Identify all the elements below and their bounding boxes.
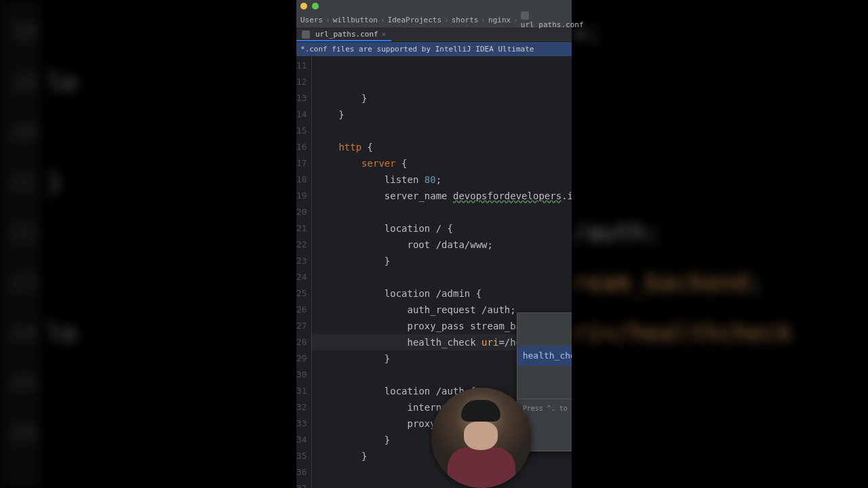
completion-item[interactable]: health_check (517, 346, 572, 366)
crumb[interactable]: willbutton (332, 16, 379, 24)
breadcrumb[interactable]: Users›willbutton›IdeaProjects›shorts›ngi… (296, 12, 572, 28)
minimize-button[interactable] (300, 3, 307, 9)
webcam-overlay (431, 388, 532, 488)
zoom-button[interactable] (312, 3, 319, 9)
crumb[interactable]: IdeaProjects (387, 16, 443, 24)
crumb[interactable]: Users (299, 16, 324, 24)
code-line[interactable] (312, 123, 572, 139)
code-line[interactable] (312, 481, 572, 488)
code-line[interactable] (312, 204, 572, 220)
close-icon[interactable]: × (382, 30, 387, 39)
gutter: 1112131415161718192021222324252627282930… (296, 56, 311, 488)
titlebar (296, 0, 572, 12)
code-line[interactable]: http { (312, 139, 572, 155)
code-line[interactable]: } (312, 90, 572, 106)
info-banner[interactable]: *.conf files are supported by IntelliJ I… (296, 42, 572, 56)
ide-window: Users›willbutton›IdeaProjects›shorts›ngi… (296, 0, 572, 488)
code-line[interactable]: root /data/www; (312, 237, 572, 253)
code-line[interactable]: location /admin { (312, 285, 572, 302)
crumb[interactable]: shorts (450, 16, 480, 24)
crumb[interactable]: nginx (487, 16, 512, 24)
file-icon (302, 30, 310, 39)
code-line[interactable]: listen 80; (312, 171, 572, 188)
code-line[interactable]: location / { (312, 220, 572, 237)
code-line[interactable]: server { (312, 155, 572, 171)
crumb[interactable]: url_paths.conf (519, 12, 585, 29)
code-line[interactable]: } (312, 253, 572, 269)
code-line[interactable] (312, 269, 572, 285)
code-line[interactable]: } (312, 106, 572, 123)
tab-url-paths[interactable]: url_paths.conf × (296, 28, 391, 41)
code-line[interactable]: server_name devopsfordevelopers.io (312, 188, 572, 204)
tab-bar: url_paths.conf × (296, 28, 572, 42)
tab-label: url_paths.conf (315, 30, 378, 39)
